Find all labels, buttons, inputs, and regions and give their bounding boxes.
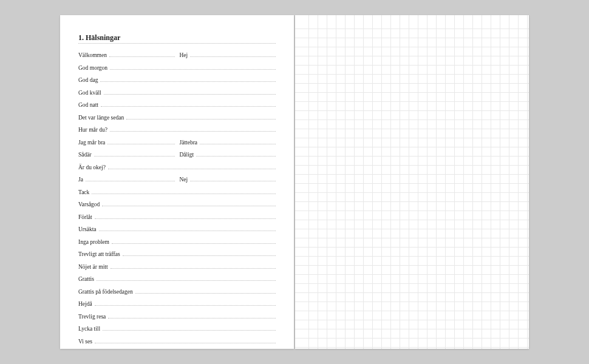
dotted-line [200, 144, 276, 144]
entry-segment: Jättebra [180, 140, 276, 146]
entry-label: Trevligt att träffas [78, 251, 120, 257]
entry-segment: Ursäkta [78, 226, 276, 232]
entry-segment: Jag mår bra [78, 140, 175, 146]
entry-row: JaNej [78, 177, 276, 189]
entry-row: Förlåt [78, 214, 276, 227]
dotted-line [111, 268, 276, 269]
dotted-line [190, 56, 276, 57]
entry-label: God kväll [78, 90, 101, 96]
entry-row: Hejdå [78, 301, 276, 314]
dotted-line [99, 231, 276, 231]
left-page: 1. Hälsningar VälkommenHejGod morgonGod … [60, 15, 294, 349]
entry-label: Välkommen [78, 52, 107, 58]
entry-segment: God natt [78, 102, 276, 108]
dotted-line [107, 144, 174, 144]
entry-row: Trevlig resa [78, 314, 276, 326]
entry-row: VälkommenHej [78, 52, 276, 65]
entry-segment: Tack [78, 189, 276, 195]
dotted-line [100, 81, 276, 82]
dotted-line [135, 293, 276, 294]
entry-row: Hur mår du? [78, 127, 276, 140]
dotted-line [95, 218, 276, 219]
entry-row: Trevligt att träffas [78, 251, 276, 264]
entry-row: Grattis på födelsedagen [78, 289, 276, 302]
entry-segment: Dåligt [180, 152, 276, 158]
entry-label: Lycka till [78, 326, 100, 332]
dotted-line [101, 106, 276, 107]
entry-label: Inga problem [78, 239, 109, 245]
entry-row: God morgon [78, 65, 276, 78]
entry-row: Varsågod [78, 201, 276, 214]
book-spread: 1. Hälsningar VälkommenHejGod morgonGod … [60, 15, 529, 349]
entry-label: Dåligt [180, 152, 194, 158]
entry-label: Tack [78, 189, 89, 195]
entry-row: Jag mår braJättebra [78, 140, 276, 152]
entry-label: Sådär [78, 152, 92, 158]
dotted-line [123, 255, 276, 256]
entry-row: Tack [78, 189, 276, 202]
entry-label: Grattis på födelsedagen [78, 289, 133, 295]
entry-label: Är du okej? [78, 164, 106, 170]
entry-label: Ursäkta [78, 226, 97, 232]
entry-list: VälkommenHejGod morgonGod dagGod kvällGo… [78, 52, 276, 351]
entry-segment: Nej [180, 177, 276, 183]
entry-row: Det var länge sedan [78, 115, 276, 127]
dotted-line [97, 280, 276, 281]
entry-segment: God dag [78, 77, 276, 83]
dotted-line [109, 56, 175, 57]
entry-segment: Grattis [78, 276, 276, 282]
entry-label: Jag mår bra [78, 140, 105, 146]
entry-segment: Är du okej? [78, 164, 276, 170]
entry-row: Grattis [78, 276, 276, 289]
entry-label: Det var länge sedan [78, 115, 124, 121]
entry-segment: Förlåt [78, 214, 276, 220]
entry-row: Nöjet är mitt [78, 264, 276, 277]
entry-label: Nej [180, 177, 188, 183]
entry-segment: Trevligt att träffas [78, 251, 276, 257]
entry-segment: Vi ses [78, 339, 276, 345]
entry-label: Hejdå [78, 301, 92, 307]
dotted-line [95, 343, 276, 343]
entry-segment: God morgon [78, 65, 276, 71]
entry-label: Hej [180, 52, 188, 58]
entry-row: SådärDåligt [78, 152, 276, 164]
dotted-line [92, 194, 276, 194]
dotted-line [103, 330, 276, 331]
entry-label: Jättebra [180, 140, 198, 146]
dotted-line [108, 169, 276, 169]
entry-segment: God kväll [78, 90, 276, 96]
entry-label: Grattis [78, 276, 94, 282]
entry-segment: Inga problem [78, 239, 276, 245]
entry-segment: Grattis på födelsedagen [78, 289, 276, 295]
entry-row: God natt [78, 102, 276, 115]
entry-label: Trevlig resa [78, 314, 106, 320]
entry-segment: Hur mår du? [78, 127, 276, 133]
entry-label: Varsågod [78, 201, 100, 207]
entry-row: Vi ses [78, 339, 276, 351]
entry-segment: Det var länge sedan [78, 115, 276, 121]
entry-row: God kväll [78, 90, 276, 103]
entry-row: Ursäkta [78, 226, 276, 239]
dotted-line [196, 156, 276, 157]
entry-label: Förlåt [78, 214, 92, 220]
dotted-line [108, 318, 276, 318]
entry-label: God morgon [78, 65, 107, 71]
entry-label: Nöjet är mitt [78, 264, 108, 270]
dotted-line [104, 94, 276, 95]
entry-label: God natt [78, 102, 98, 108]
entry-segment: Hej [180, 52, 276, 58]
section-title: 1. Hälsningar [78, 33, 276, 44]
dotted-line [190, 181, 276, 181]
entry-segment: Välkommen [78, 52, 175, 58]
dotted-line [95, 305, 276, 306]
right-page-grid [295, 15, 529, 349]
dotted-line [110, 131, 276, 132]
entry-row: God dag [78, 77, 276, 90]
entry-segment: Hejdå [78, 301, 276, 307]
entry-label: Vi ses [78, 339, 92, 345]
dotted-line [94, 156, 175, 157]
entry-label: Ja [78, 177, 83, 183]
dotted-line [112, 243, 276, 244]
dotted-line [110, 69, 276, 70]
entry-segment: Varsågod [78, 201, 276, 207]
